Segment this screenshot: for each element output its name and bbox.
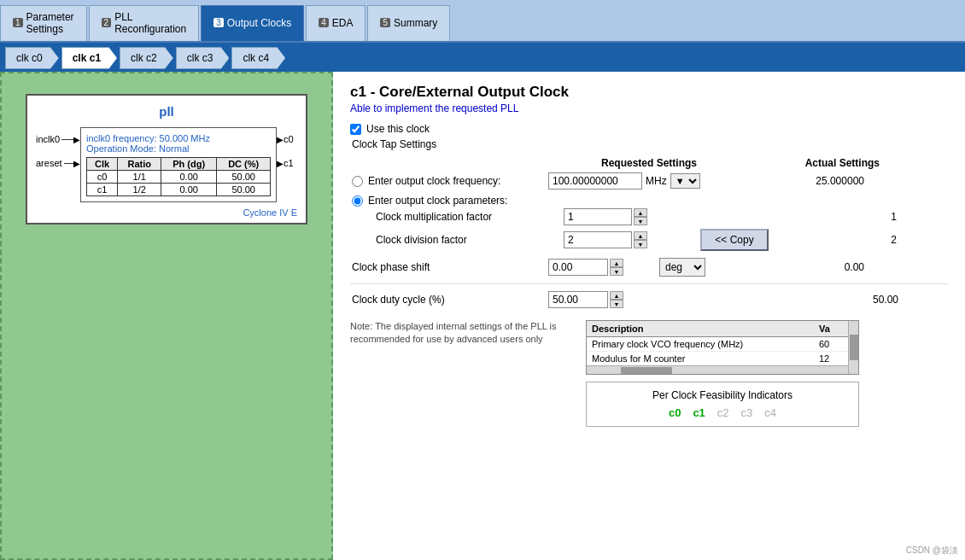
info-table-container: Description Va Primary clock VCO frequen… (586, 320, 859, 375)
tab-output-clocks[interactable]: 3 Output Clocks (201, 5, 304, 41)
duty-up-btn[interactable]: ▲ (610, 291, 623, 300)
info-row-vco: Primary clock VCO frequency (MHz) 60 (587, 337, 848, 352)
feasibility-c4: c4 (764, 406, 776, 419)
clock-tab-c2[interactable]: clk c2 (120, 47, 173, 69)
info-table: Description Va Primary clock VCO frequen… (587, 321, 848, 365)
mult-label: Clock multiplication factor (367, 211, 564, 223)
phase-down-btn[interactable]: ▼ (610, 267, 623, 276)
phase-up-btn[interactable]: ▲ (610, 259, 623, 267)
note-box: Note: The displayed internal settings of… (350, 320, 572, 347)
info-scrollbar[interactable] (848, 321, 858, 374)
feasibility-c3: c3 (741, 406, 753, 419)
pll-box: pll inclk0 ▶ areset ▶ (26, 94, 307, 225)
section-subtitle: Able to implement the requested PLL (350, 102, 948, 114)
phase-unit-select[interactable]: deg ps (659, 258, 705, 277)
actual-settings-header: Actual Settings (769, 157, 880, 169)
pll-diagram-panel: pll inclk0 ▶ areset ▶ (0, 72, 333, 560)
mult-input[interactable] (564, 208, 632, 225)
div-input[interactable] (564, 231, 632, 248)
duty-label: Clock duty cycle (%) (352, 294, 548, 306)
copy-button[interactable]: << Copy (700, 229, 769, 251)
tab-pll-reconfig[interactable]: 2 PLLReconfiguration (89, 5, 200, 41)
right-panel: c1 - Core/External Output Clock Able to … (333, 72, 965, 560)
div-actual-value: 2 (786, 234, 897, 246)
duty-down-btn[interactable]: ▼ (610, 300, 623, 308)
c1-output-label: ▶c1 (277, 158, 297, 168)
phase-actual-value: 0.00 (753, 261, 864, 273)
tab-summary[interactable]: 5 Summary (367, 5, 450, 41)
pll-freq-info: inclk0 frequency: 50.000 MHz (86, 133, 271, 143)
mult-actual-value: 1 (786, 211, 897, 223)
clock-tab-c4[interactable]: clk c4 (231, 47, 285, 69)
feasibility-c1: c1 (693, 406, 705, 419)
tab-parameter-settings[interactable]: 1 ParameterSettings (0, 5, 87, 41)
clock-tap-label: Clock Tap Settings (352, 138, 948, 150)
duty-actual-value: 50.00 (787, 294, 898, 306)
pll-row-c1: c1 1/2 0.00 50.00 (87, 184, 271, 196)
div-down-btn[interactable]: ▼ (634, 240, 647, 248)
div-label: Clock division factor (367, 234, 564, 246)
clock-tab-c0[interactable]: clk c0 (5, 47, 59, 69)
use-clock-label: Use this clock (366, 123, 430, 135)
feasibility-c2: c2 (717, 406, 729, 419)
freq-actual-value: 25.000000 (753, 175, 864, 187)
c0-output-label: ▶c0 (277, 134, 297, 144)
params-radio[interactable] (352, 195, 363, 207)
requested-settings-header: Requested Settings (564, 157, 734, 169)
info-row-modulus: Modulus for M counter 12 (587, 352, 848, 366)
pll-title: pll (36, 104, 297, 119)
freq-radio[interactable] (352, 176, 363, 187)
freq-input[interactable] (548, 172, 642, 190)
params-radio-label: Enter output clock parameters: (368, 195, 507, 207)
inclk0-label: inclk0 ▶ (36, 134, 80, 144)
duty-input[interactable] (548, 291, 608, 308)
pll-inner-box: inclk0 frequency: 50.000 MHz Operation M… (80, 127, 277, 202)
section-title: c1 - Core/External Output Clock (350, 84, 948, 101)
freq-unit-select[interactable]: ▼ (670, 173, 700, 189)
div-up-btn[interactable]: ▲ (634, 231, 647, 240)
mult-down-btn[interactable]: ▼ (634, 217, 647, 225)
phase-label: Clock phase shift (352, 261, 548, 273)
tab-eda[interactable]: 4 EDA (306, 5, 366, 41)
feasibility-box: Per Clock Feasibility Indicators c0 c1 c… (586, 382, 859, 427)
freq-radio-label: Enter output clock frequency: (368, 175, 500, 187)
clock-tab-c1[interactable]: clk c1 (61, 47, 117, 69)
watermark: CSDN @袋淡 (906, 545, 958, 557)
clock-tab-c3[interactable]: clk c3 (176, 47, 230, 69)
phase-input[interactable] (548, 259, 608, 276)
feasibility-title: Per Clock Feasibility Indicators (604, 389, 841, 401)
cyclone-label: Cyclone IV E (36, 207, 297, 218)
use-clock-checkbox[interactable] (350, 124, 361, 135)
mult-up-btn[interactable]: ▲ (634, 208, 647, 217)
pll-row-c0: c0 1/1 0.00 50.00 (87, 171, 271, 184)
feasibility-c0: c0 (669, 406, 681, 419)
freq-unit-label: MHz (646, 175, 667, 187)
pll-mode-info: Operation Mode: Normal (86, 143, 271, 154)
pll-table: Clk Ratio Ph (dg) DC (%) c0 1/1 0.00 (86, 157, 271, 196)
areset-label: areset ▶ (36, 158, 80, 168)
